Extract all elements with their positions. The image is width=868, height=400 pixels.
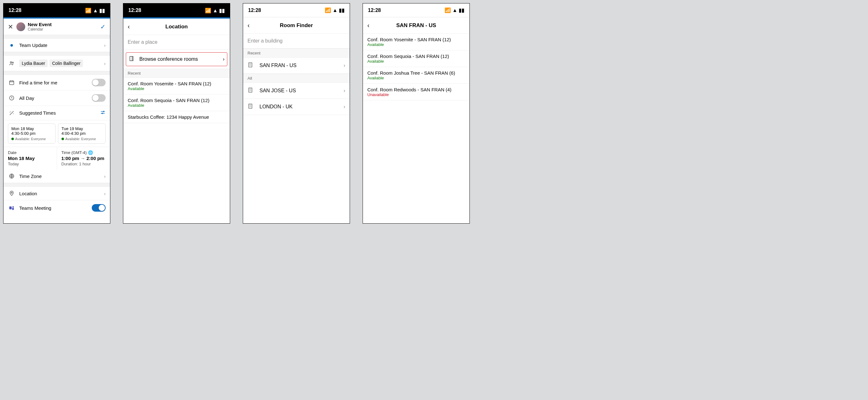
suggestion-card[interactable]: Tue 19 May 4:00-4:30 pm Available: Every… [58,124,105,144]
date-time-block: Date Mon 18 May Today Time (GMT-4) 🌐 1:0… [3,147,110,169]
time-label: Time (GMT-4) 🌐 [61,150,106,155]
suggested-times-row: Suggested Times [3,106,110,120]
status-icons: 📶 ▲ ▮▮ [325,7,345,13]
room-row[interactable]: Conf. Room Sequoia - SAN FRAN (12) Avail… [363,51,469,67]
event-title-row[interactable]: Team Update › [3,39,110,52]
date-column[interactable]: Date Mon 18 May Today [3,147,57,169]
separator [3,71,110,75]
separator [3,35,110,39]
back-icon[interactable]: ‹ [128,23,135,30]
room-name: Conf. Room Yosemite - SAN FRAN (12) [367,37,465,42]
door-icon [129,56,136,63]
find-time-row[interactable]: Find a time for me [3,75,110,90]
location-pin-icon [8,191,16,196]
suggestion-card[interactable]: Mon 18 May 4:30-5:00 pm Available: Every… [8,124,56,144]
screen-room-list: 12:28 📶 ▲ ▮▮ ‹ SAN FRAN - US Conf. Room … [363,3,470,224]
back-icon[interactable]: ‹ [367,22,375,29]
chevron-right-icon: › [104,173,105,179]
svg-rect-9 [249,63,252,67]
back-icon[interactable]: ‹ [248,22,255,29]
svg-point-7 [12,206,14,208]
room-row[interactable]: Conf. Room Sequoia - SAN FRAN (12) Avail… [123,95,230,111]
status-bar: 12:28 📶 ▲ ▮▮ [243,3,350,17]
date-label: Date [8,150,52,155]
building-name: LONDON - UK [259,104,344,110]
status-time: 12:28 [8,7,22,13]
status-time: 12:28 [248,7,261,13]
wifi-icon: ▲ [93,8,98,13]
room-row[interactable]: Conf. Room Yosemite - SAN FRAN (12) Avai… [363,34,469,51]
time-column[interactable]: Time (GMT-4) 🌐 1:00 pm→2:00 pm Duration:… [57,147,110,169]
room-status: Available [367,76,465,80]
event-title: Team Update [19,42,104,48]
room-name: Conf. Room Redwoods - SAN FRAN (4) [367,87,465,92]
invitee-chip[interactable]: Lydia Bauer [19,60,48,67]
all-day-row[interactable]: All Day [3,90,110,106]
battery-icon: ▮▮ [459,7,464,13]
wifi-icon: ▲ [333,7,338,13]
find-time-toggle[interactable] [92,79,105,86]
filter-icon[interactable] [100,110,105,116]
nav-header: ‹ SAN FRAN - US [363,17,469,34]
invitees-row[interactable]: Lydia Bauer Colin Ballinger › [3,56,110,71]
browse-rooms-row[interactable]: Browse conference rooms › [126,52,227,66]
room-name: Conf. Room Yosemite - SAN FRAN (12) [128,81,225,86]
search-input[interactable]: Enter a building [243,34,350,48]
suggestion-cards: Mon 18 May 4:30-5:00 pm Available: Every… [3,120,110,147]
chevron-right-icon: › [223,56,224,62]
teams-icon [8,205,16,211]
nav-header: ‹ Room Finder [243,17,350,34]
signal-icon: 📶 [444,7,451,13]
building-row[interactable]: SAN FRAN - US › [243,58,350,74]
room-status: Available [128,86,225,91]
status-dot-icon [8,44,16,46]
invitee-chip[interactable]: Colin Ballinger [50,60,83,67]
chevron-right-icon: › [104,42,105,48]
room-row[interactable]: Conf. Room Redwoods - SAN FRAN (4) Unava… [363,84,469,100]
globe-icon [8,173,16,179]
building-row[interactable]: SAN JOSE - US › [243,83,350,99]
header-subtitle: Calendar [28,27,100,32]
suggestion-date: Mon 18 May [11,126,52,131]
find-time-label: Find a time for me [19,80,92,86]
place-row[interactable]: Starbucks Coffee: 1234 Happy Avenue [123,111,230,123]
people-icon [8,61,16,66]
svg-rect-2 [9,81,14,85]
status-icons: 📶 ▲ ▮▮ [444,7,464,13]
close-icon[interactable]: ✕ [8,23,13,31]
svg-point-1 [12,62,13,63]
wifi-icon: ▲ [213,8,218,13]
room-status: Available [128,103,225,108]
location-row[interactable]: Location › [3,187,110,200]
clock-icon [8,95,16,101]
status-bar: 12:28 📶 ▲ ▮▮ [123,3,230,17]
suggestion-time: 4:00-4:30 pm [61,131,102,136]
nav-header: ‹ Location [123,19,230,35]
time-value: 1:00 pm→2:00 pm [61,156,106,161]
calendar-icon [8,80,16,86]
header-text: New Event Calendar [28,22,100,32]
timezone-label: Time Zone [19,173,104,179]
invitee-chips: Lydia Bauer Colin Ballinger [19,60,104,67]
section-recent: Recent [123,69,230,78]
battery-icon: ▮▮ [339,7,345,13]
separator [3,183,110,187]
room-name: Conf. Room Joshua Tree - SAN FRAN (6) [367,70,465,76]
room-row[interactable]: Conf. Room Yosemite - SAN FRAN (12) Avai… [123,78,230,95]
confirm-icon[interactable]: ✓ [100,23,105,31]
browse-rooms-label: Browse conference rooms [140,56,223,62]
svg-rect-8 [130,56,132,61]
room-row[interactable]: Conf. Room Joshua Tree - SAN FRAN (6) Av… [363,67,469,84]
room-name: Conf. Room Sequoia - SAN FRAN (12) [128,98,225,103]
all-day-toggle[interactable] [92,94,105,102]
teams-meeting-label: Teams Meeting [19,205,92,211]
date-value: Mon 18 May [8,156,52,161]
teams-meeting-toggle[interactable] [92,204,105,212]
room-status: Available [367,59,465,64]
search-input[interactable]: Enter a place [123,35,230,50]
availability-dot-icon [11,138,14,140]
timezone-row[interactable]: Time Zone › [3,169,110,183]
all-day-label: All Day [19,95,92,101]
page-title: Room Finder [255,22,338,29]
building-row[interactable]: LONDON - UK › [243,99,350,115]
